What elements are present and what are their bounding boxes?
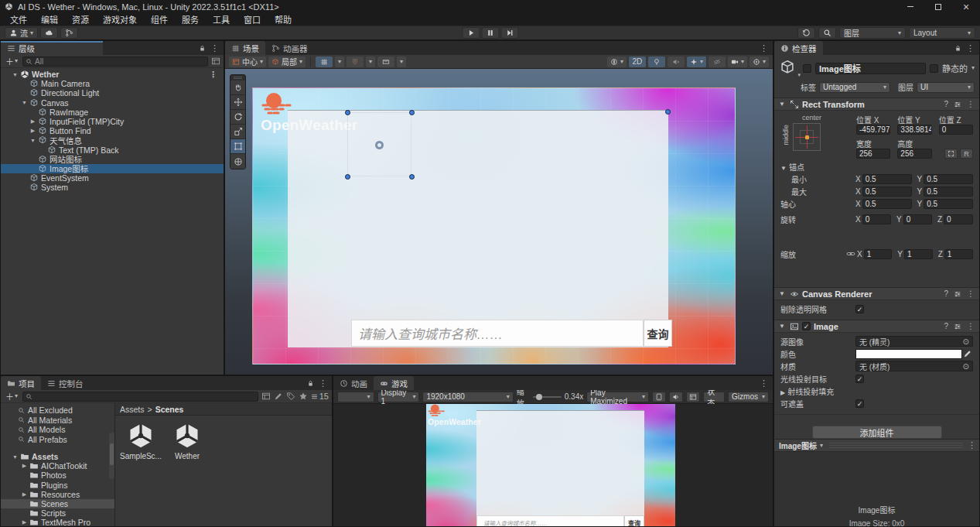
tab-console[interactable]: 控制台 bbox=[41, 376, 90, 390]
account-button[interactable]: 流▾ bbox=[5, 27, 38, 39]
pos-z-field[interactable]: 0 bbox=[939, 125, 973, 135]
grid-snapping-toggle[interactable] bbox=[316, 56, 333, 67]
create-object-button[interactable]: ＋▾ bbox=[4, 55, 19, 67]
cull-transparent-mesh-checkbox[interactable]: ✓ bbox=[855, 305, 864, 313]
panel-menu-icon[interactable]: ⋮ bbox=[966, 43, 975, 53]
maximize-button[interactable] bbox=[924, 0, 952, 13]
hidden-packages-count[interactable]: 15 bbox=[311, 392, 329, 401]
presets-icon[interactable] bbox=[954, 101, 961, 108]
toolstrip-grip[interactable] bbox=[230, 75, 245, 80]
height-field[interactable]: 256 bbox=[897, 149, 931, 159]
create-asset-button[interactable]: ＋▾ bbox=[4, 390, 19, 402]
scale-y-field[interactable]: 1 bbox=[904, 249, 933, 259]
tab-animation[interactable]: 动画 bbox=[333, 376, 374, 390]
component-menu-icon[interactable]: ⋮ bbox=[967, 100, 975, 108]
scale-tool-button[interactable] bbox=[230, 125, 245, 139]
rotation-x-field[interactable]: 0 bbox=[862, 214, 891, 224]
city-input-field[interactable]: 请输入查询城市名称…… bbox=[351, 320, 644, 347]
hierarchy-item[interactable]: ▼Canvas bbox=[1, 98, 224, 108]
hierarchy-item[interactable]: 网站图标 bbox=[1, 155, 224, 164]
hierarchy-item-scene[interactable]: ▼Wether⋮ bbox=[1, 70, 224, 79]
layers-dropdown[interactable]: 图层▾ bbox=[839, 27, 906, 39]
pos-y-field[interactable]: 338.9814 bbox=[897, 125, 931, 135]
favorite-search-item[interactable]: All Prefabs bbox=[1, 435, 114, 445]
rect-tool-button[interactable] bbox=[230, 139, 245, 154]
breadcrumb-assets[interactable]: Assets bbox=[120, 405, 145, 414]
favorite-search-item[interactable]: All Models bbox=[1, 425, 114, 435]
scene-picker-icon[interactable] bbox=[211, 56, 220, 66]
component-menu-icon[interactable]: ⋮ bbox=[967, 289, 975, 298]
filter-by-label-icon[interactable] bbox=[286, 392, 295, 401]
folder-item[interactable]: ▶TextMesh Pro bbox=[1, 518, 114, 526]
help-icon[interactable]: ? bbox=[944, 100, 948, 108]
anchor-max-y-field[interactable]: 0.5 bbox=[924, 187, 973, 197]
scale-z-field[interactable]: 1 bbox=[944, 249, 973, 259]
audio-toggle-button[interactable] bbox=[669, 392, 683, 402]
increment-snap-toggle[interactable] bbox=[377, 56, 394, 67]
selection-handle[interactable] bbox=[409, 110, 415, 115]
tab-animator[interactable]: 动画器 bbox=[265, 41, 314, 55]
camera-settings-dropdown[interactable]: ▾ bbox=[728, 56, 747, 67]
raw-edit-mode-button[interactable]: R bbox=[960, 149, 973, 159]
width-field[interactable]: 256 bbox=[856, 149, 890, 159]
raycast-target-checkbox[interactable]: ✓ bbox=[855, 375, 864, 383]
color-field[interactable] bbox=[855, 349, 962, 359]
image-enabled-checkbox[interactable]: ✓ bbox=[802, 322, 811, 330]
source-image-field[interactable]: 无 (精灵)⊙ bbox=[855, 336, 973, 347]
scene-lighting-toggle[interactable] bbox=[648, 56, 665, 67]
hierarchy-search-input[interactable]: All bbox=[22, 56, 208, 67]
image-component-header[interactable]: ▼ ✓ Image ?⋮ bbox=[774, 320, 979, 333]
scene-canvas-weather-map[interactable]: OpenWeather 请输入查询城市名称…… 查询 bbox=[252, 87, 736, 364]
display-dropdown[interactable]: Display 1▾ bbox=[377, 392, 420, 402]
version-control-button[interactable] bbox=[60, 27, 78, 39]
gizmos-dropdown[interactable]: ▾ bbox=[750, 56, 769, 67]
selection-handle[interactable] bbox=[409, 174, 415, 180]
play-focus-dropdown[interactable]: ▾ bbox=[337, 392, 374, 402]
tab-scene[interactable]: 场景 bbox=[225, 41, 265, 55]
hierarchy-item[interactable]: Main Camera bbox=[1, 79, 224, 88]
breadcrumb-current[interactable]: Scenes bbox=[155, 405, 184, 414]
selection-handle[interactable] bbox=[345, 110, 350, 115]
panel-menu-icon[interactable]: ⋮ bbox=[760, 43, 768, 53]
panel-menu-icon[interactable]: ⋮ bbox=[319, 378, 327, 388]
anchor-min-x-field[interactable]: 0.5 bbox=[862, 174, 912, 184]
canvas-renderer-header[interactable]: ▼ Canvas Renderer ?⋮ bbox=[774, 287, 979, 300]
panel-menu-icon[interactable]: ⋮ bbox=[210, 43, 219, 53]
grid-snapping-dropdown[interactable]: ▾ bbox=[335, 56, 344, 67]
menu-window[interactable]: 窗口 bbox=[237, 13, 268, 26]
project-search-input[interactable] bbox=[22, 392, 258, 402]
tab-hierarchy[interactable]: 层级 bbox=[1, 41, 103, 55]
object-picker-icon[interactable]: ⊙ bbox=[963, 362, 969, 371]
pos-x-field[interactable]: -459.797 bbox=[856, 125, 890, 135]
asset-item-wether[interactable]: Wether bbox=[166, 422, 208, 460]
hierarchy-item[interactable]: ▶InputField (TMP)City bbox=[1, 117, 224, 126]
menu-tools[interactable]: 工具 bbox=[206, 13, 237, 26]
tab-game[interactable]: 游戏 bbox=[374, 376, 414, 390]
object-picker-icon[interactable]: ⊙ bbox=[963, 337, 969, 346]
rotation-y-field[interactable]: 0 bbox=[903, 214, 932, 224]
eyedropper-icon[interactable] bbox=[962, 348, 973, 359]
2d-mode-toggle[interactable]: 2D bbox=[629, 56, 646, 67]
menu-assets[interactable]: 资源 bbox=[65, 13, 96, 26]
slider-knob[interactable] bbox=[536, 394, 542, 400]
menu-file[interactable]: 文件 bbox=[3, 13, 34, 26]
help-icon[interactable]: ? bbox=[944, 322, 948, 330]
selection-handle[interactable] bbox=[345, 174, 350, 180]
folder-item[interactable]: Photos bbox=[1, 471, 114, 480]
preview-menu-icon[interactable]: ⋮ bbox=[968, 440, 976, 450]
presets-icon[interactable] bbox=[954, 323, 961, 330]
effects-dropdown[interactable]: ▾ bbox=[687, 56, 706, 67]
hierarchy-item-selected[interactable]: Image图标 bbox=[1, 164, 224, 173]
hierarchy-item[interactable]: ▼天气信息 bbox=[1, 135, 224, 145]
vsync-button[interactable] bbox=[686, 392, 700, 402]
move-tool-button[interactable] bbox=[230, 95, 245, 110]
lock-icon[interactable] bbox=[199, 45, 206, 52]
rect-transform-header[interactable]: ▼ Rect Transform ?⋮ bbox=[774, 98, 979, 111]
tag-dropdown[interactable]: Untagged▾ bbox=[819, 82, 890, 93]
help-icon[interactable]: ? bbox=[944, 289, 948, 298]
draw-mode-dropdown[interactable]: ▾ bbox=[607, 56, 627, 67]
global-search-button[interactable] bbox=[818, 27, 836, 39]
rotation-z-field[interactable]: 0 bbox=[944, 214, 973, 224]
hidden-objects-toggle[interactable] bbox=[709, 56, 726, 67]
menu-help[interactable]: 帮助 bbox=[268, 13, 299, 26]
